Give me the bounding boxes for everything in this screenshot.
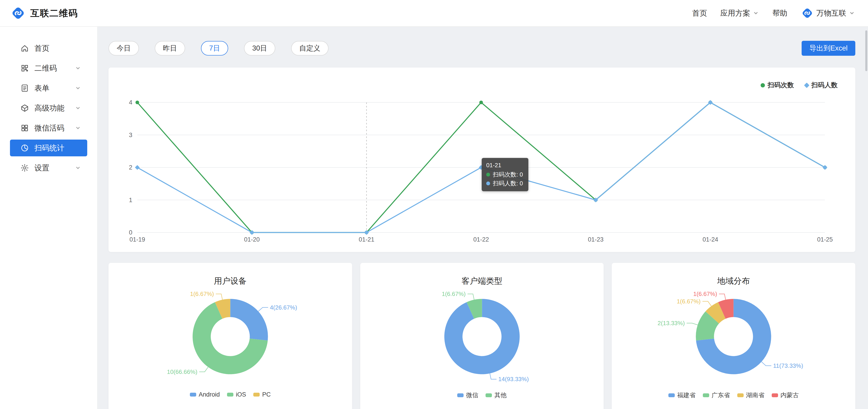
sidebar-item-scan-stats[interactable]: 扫码统计 <box>10 139 87 156</box>
account-avatar <box>801 6 814 20</box>
pie-title: 客户端类型 <box>360 276 604 287</box>
line-chart-legend: 扫码次数 扫码人数 <box>761 81 838 90</box>
pie-legend-item[interactable]: 内蒙古 <box>772 391 799 399</box>
filter-custom[interactable]: 自定义 <box>291 41 329 56</box>
main-content: 今日 昨日 7日 30日 自定义 导出到Excel 扫码次数 扫码人数 0123… <box>97 27 868 409</box>
svg-text:2: 2 <box>129 164 132 171</box>
chevron-down-icon <box>74 85 81 92</box>
legend-diamond-marker <box>804 83 809 88</box>
svg-text:14(93.33%): 14(93.33%) <box>498 376 529 382</box>
sidebar-item-wechat-live[interactable]: 微信活码 <box>10 120 87 136</box>
pie-legend-item[interactable]: 湖南省 <box>737 391 765 399</box>
qrcode-icon <box>21 64 29 72</box>
filter-label: 今日 <box>117 43 131 53</box>
pie-legend-item[interactable]: Android <box>190 391 220 398</box>
sidebar-item-label: 二维码 <box>34 63 74 73</box>
svg-text:2(13.33%): 2(13.33%) <box>658 320 685 326</box>
nav-help[interactable]: 帮助 <box>772 8 787 18</box>
svg-text:1(6.67%): 1(6.67%) <box>190 290 214 297</box>
nav-home-label: 首页 <box>692 8 707 18</box>
settings-gear-icon <box>21 164 29 172</box>
pie-title: 用户设备 <box>108 276 352 287</box>
svg-text:01-21: 01-21 <box>359 236 374 243</box>
svg-text:01-25: 01-25 <box>817 236 833 243</box>
advanced-icon <box>21 104 29 113</box>
svg-text:01-22: 01-22 <box>473 236 489 243</box>
nav-home[interactable]: 首页 <box>692 8 707 18</box>
sidebar-item-label: 扫码统计 <box>34 143 81 153</box>
svg-text:01-23: 01-23 <box>588 236 603 243</box>
export-excel-button[interactable]: 导出到Excel <box>802 41 855 56</box>
sidebar-item-label: 高级功能 <box>34 103 74 113</box>
sidebar-item-form[interactable]: 表单 <box>10 80 87 97</box>
sidebar-item-label: 首页 <box>34 43 81 54</box>
sidebar-item-label: 表单 <box>34 83 74 93</box>
sidebar-item-advanced[interactable]: 高级功能 <box>10 100 87 117</box>
sidebar-item-settings[interactable]: 设置 <box>10 159 87 176</box>
brand[interactable]: 互联二维码 <box>10 5 78 21</box>
brand-name: 互联二维码 <box>30 7 78 20</box>
filter-label: 7日 <box>209 43 220 53</box>
chevron-down-icon <box>74 65 81 72</box>
filter-7days[interactable]: 7日 <box>201 41 228 56</box>
svg-text:1(6.67%): 1(6.67%) <box>677 298 701 305</box>
brand-logo-icon <box>10 5 26 21</box>
sidebar-item-qrcode[interactable]: 二维码 <box>10 60 87 76</box>
pie-title: 地域分布 <box>612 276 855 287</box>
line-chart[interactable]: 0123401-1901-2001-2101-2201-2301-2401-25 <box>108 67 855 252</box>
pie-cards-row: 用户设备 4(26.67%)10(66.66%)1(6.67%) Android… <box>108 263 855 409</box>
svg-text:0: 0 <box>129 229 132 236</box>
date-filter-toolbar: 今日 昨日 7日 30日 自定义 导出到Excel <box>108 41 855 56</box>
nav-solutions[interactable]: 应用方案 <box>720 8 759 18</box>
svg-text:4: 4 <box>129 99 132 106</box>
line-chart-card: 扫码次数 扫码人数 0123401-1901-2001-2101-2201-23… <box>108 67 855 252</box>
account-logo-icon <box>801 6 814 20</box>
filter-yesterday[interactable]: 昨日 <box>155 41 185 56</box>
pie-legend: 微信其他 <box>360 391 604 399</box>
form-icon <box>21 84 29 92</box>
legend-label: 扫码人数 <box>811 81 838 90</box>
chevron-down-icon <box>74 164 81 171</box>
filter-30days[interactable]: 30日 <box>244 41 275 56</box>
pie-legend-item[interactable]: 福建省 <box>669 391 695 399</box>
chevron-down-icon <box>74 105 81 112</box>
sidebar-item-label: 设置 <box>34 163 74 173</box>
sidebar: 首页 二维码 表单 高级功能 微信活码 扫码统计 <box>0 27 97 409</box>
home-icon <box>21 44 29 53</box>
svg-text:10(66.66%): 10(66.66%) <box>167 369 197 375</box>
svg-text:3: 3 <box>129 132 132 138</box>
scrollbar-thumb[interactable] <box>865 30 867 71</box>
nav-help-label: 帮助 <box>772 8 787 18</box>
nav-account[interactable]: 万物互联 <box>801 6 855 20</box>
pie-legend-item[interactable]: 微信 <box>457 391 478 399</box>
chevron-down-icon <box>74 125 81 131</box>
svg-text:4(26.67%): 4(26.67%) <box>270 304 297 311</box>
pie-legend-item[interactable]: 广东省 <box>703 391 730 399</box>
nav-account-label: 万物互联 <box>816 8 846 18</box>
legend-label: 扫码次数 <box>768 81 794 90</box>
pie-legend-item[interactable]: 其他 <box>486 391 507 399</box>
sidebar-item-label: 微信活码 <box>34 123 74 133</box>
sidebar-item-home[interactable]: 首页 <box>10 40 87 57</box>
chevron-down-icon <box>848 10 855 17</box>
svg-text:1(6.67%): 1(6.67%) <box>442 290 466 297</box>
top-header: 互联二维码 首页 应用方案 帮助 万物互联 <box>0 0 868 27</box>
pie-card-region: 地域分布 11(73.33%)2(13.33%)1(6.67%)1(6.67%)… <box>612 263 855 409</box>
scan-stats-icon <box>21 144 29 152</box>
svg-text:01-20: 01-20 <box>244 236 260 243</box>
chevron-down-icon <box>752 10 759 17</box>
wechat-live-icon <box>21 124 29 132</box>
legend-scan-users[interactable]: 扫码人数 <box>805 81 838 90</box>
legend-scan-count[interactable]: 扫码次数 <box>761 81 794 90</box>
filter-today[interactable]: 今日 <box>108 41 139 56</box>
filter-label: 昨日 <box>163 43 177 53</box>
pie-legend-item[interactable]: iOS <box>227 391 246 398</box>
pie-card-client-type: 客户端类型 14(93.33%)1(6.67%) 微信其他 <box>360 263 604 409</box>
pie-legend-item[interactable]: PC <box>253 391 271 398</box>
pie-card-user-device: 用户设备 4(26.67%)10(66.66%)1(6.67%) Android… <box>108 263 352 409</box>
svg-text:01-24: 01-24 <box>703 236 718 243</box>
nav-solutions-label: 应用方案 <box>720 8 750 18</box>
pie-legend: AndroidiOSPC <box>108 391 352 398</box>
svg-text:1: 1 <box>129 197 132 203</box>
svg-text:1(6.67%): 1(6.67%) <box>693 290 717 297</box>
